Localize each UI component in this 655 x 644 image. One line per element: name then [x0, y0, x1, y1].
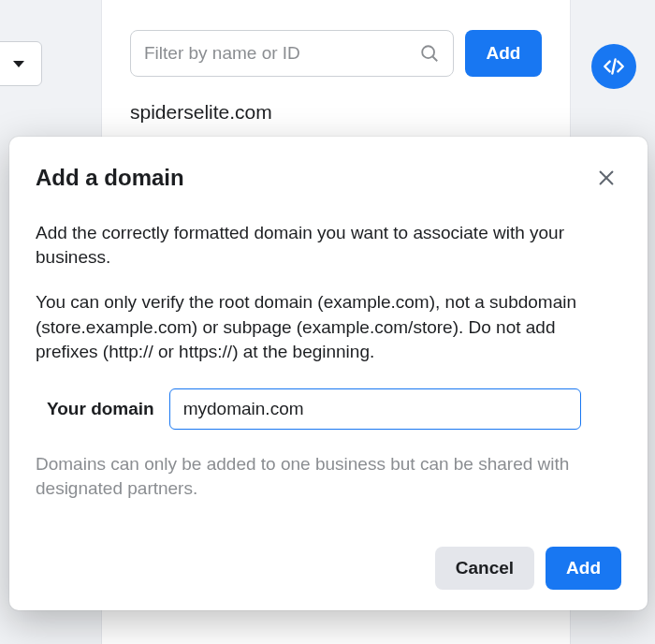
modal-paragraph-1: Add the correctly formatted domain you w…: [36, 221, 621, 270]
domain-input[interactable]: [169, 388, 581, 430]
add-button[interactable]: Add: [546, 547, 621, 590]
helper-text: Domains can only be added to one busines…: [36, 452, 621, 501]
cancel-label: Cancel: [456, 558, 514, 578]
modal-title: Add a domain: [36, 165, 184, 191]
close-button[interactable]: [591, 163, 621, 193]
cancel-button[interactable]: Cancel: [435, 547, 534, 590]
add-domain-modal: Add a domain Add the correctly formatted…: [9, 137, 648, 610]
add-label: Add: [566, 558, 601, 578]
modal-paragraph-2: You can only verify the root domain (exa…: [36, 290, 621, 364]
domain-field-label: Your domain: [47, 399, 154, 419]
modal-overlay: Add a domain Add the correctly formatted…: [0, 0, 655, 644]
close-icon: [596, 168, 617, 188]
